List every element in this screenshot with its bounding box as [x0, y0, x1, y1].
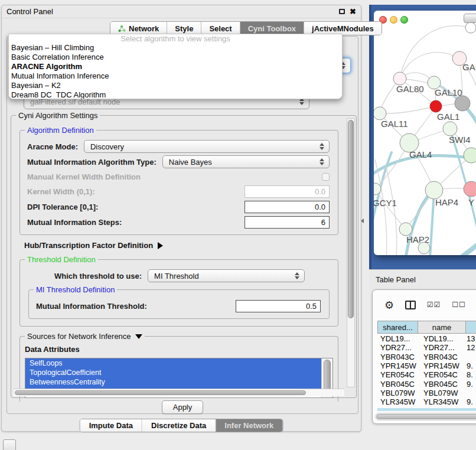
settings-vertical-scrollbar[interactable]	[347, 118, 355, 387]
dropdown-item-dream8-dc-tdc-algorithm[interactable]: Dream8 DC_TDC Algorithm	[9, 90, 342, 99]
table-cell[interactable]: YPR145W	[377, 361, 418, 370]
table-row[interactable]: YER054CYER054C8.	[377, 370, 476, 379]
table-row[interactable]: YBR045CYBR045C9.	[377, 379, 476, 388]
table-cell[interactable]: 12	[465, 343, 476, 352]
expanded-arrow-icon	[135, 334, 142, 339]
minimize-window-button[interactable]	[390, 16, 397, 24]
table-body: YDL19...YDL19...13YDR27...YDR27...12YBR0…	[377, 334, 476, 408]
network-node-hap2[interactable]	[399, 223, 412, 236]
check-pair-icon[interactable]	[427, 301, 441, 309]
dropdown-item-bayesian-k2[interactable]: Bayesian – K2	[9, 81, 342, 90]
table-cell[interactable]: 9.	[465, 397, 476, 406]
network-edge[interactable]	[448, 230, 476, 255]
network-node[interactable]	[465, 22, 476, 33]
dropdown-item-aracne-algorithm[interactable]: ARACNE Algorithm	[9, 62, 342, 71]
table-cell[interactable]: YPR145W	[418, 361, 465, 370]
table-cell[interactable]: YDR27...	[418, 343, 465, 352]
bottom-tab-discretize-data[interactable]: Discretize Data	[142, 419, 216, 432]
network-node-y[interactable]	[464, 181, 476, 197]
attribute-item-topologicalcoefficient[interactable]: TopologicalCoefficient	[25, 368, 321, 377]
network-node-gal80[interactable]	[393, 72, 406, 85]
tab-network[interactable]: Network	[110, 22, 167, 35]
table-row[interactable]: YDL19...YDL19...13	[377, 334, 476, 343]
table-cell[interactable]: 9.	[465, 380, 476, 389]
bottom-tab-infer-network[interactable]: Infer Network	[216, 419, 282, 432]
table-row[interactable]: YBL079WYBL079W	[377, 389, 476, 397]
table-row[interactable]: YDR27...YDR27...12	[377, 343, 476, 352]
dropdown-item-mutual-information-inference[interactable]: Mutual Information Inference	[9, 71, 342, 81]
hub-definition-toggle[interactable]: Hub/Transcription Factor Definition	[24, 241, 338, 250]
settings-horizontal-scrollbar[interactable]	[14, 389, 344, 396]
kernel-width-field[interactable]: 0.0	[244, 185, 330, 198]
mi-type-row: Mutual Information Algorithm Type: Naive…	[24, 154, 334, 169]
network-edge[interactable]	[430, 190, 434, 255]
manual-kernel-checkbox[interactable]	[322, 173, 330, 181]
network-edge[interactable]	[400, 53, 459, 79]
table-row[interactable]: YBR043CYBR043C	[377, 353, 476, 361]
table-cell[interactable]: YBL079W	[418, 389, 465, 397]
column-header-shared-[interactable]: shared...	[378, 321, 418, 333]
tab-style[interactable]: Style	[167, 22, 201, 35]
splitter-collapse-handle[interactable]	[361, 219, 364, 223]
table-cell[interactable]: YBR045C	[377, 380, 418, 389]
columns-icon[interactable]	[405, 301, 415, 309]
algorithm-definition-title: Algorithm Definition	[25, 126, 96, 135]
attribute-item-selfloops[interactable]: SelfLoops	[25, 358, 321, 368]
table-cell[interactable]: 13	[465, 334, 476, 343]
gear-icon[interactable]	[384, 299, 394, 311]
mi-threshold-group-title: MI Threshold Definition	[34, 285, 117, 294]
tab-label: Network	[129, 24, 159, 33]
which-threshold-select[interactable]: MI Threshold	[148, 269, 305, 282]
table-cell[interactable]: YBR045C	[418, 380, 465, 389]
zoom-window-button[interactable]	[400, 16, 408, 24]
network-node[interactable]	[455, 96, 470, 111]
table-cell[interactable]: YBR043C	[418, 353, 465, 361]
apply-button[interactable]: Apply	[162, 400, 203, 414]
table-cell[interactable]: YBL079W	[377, 389, 418, 397]
table-cell[interactable]: YER054C	[418, 370, 465, 379]
network-node-swi4[interactable]	[443, 122, 457, 136]
close-panel-icon[interactable]: ✖	[350, 8, 356, 15]
table-cell[interactable]: YBR043C	[377, 353, 418, 361]
table-row[interactable]: YLR345WYLR345W9.	[377, 397, 476, 406]
which-threshold-row: Which threshold to use: MI Threshold	[24, 268, 334, 283]
table-cell[interactable]: 8.	[465, 370, 476, 379]
mi-type-select[interactable]: Naive Bayes	[162, 155, 330, 168]
tab-jactivemnodules[interactable]: jActiveMNodules	[304, 22, 382, 35]
column-header-name[interactable]: name	[418, 321, 466, 333]
collapsed-panel-button[interactable]	[3, 439, 16, 450]
column-header-2[interactable]	[466, 321, 476, 333]
table-cell[interactable]: YDR27...	[377, 343, 418, 352]
table-horizontal-scrollbar[interactable]	[375, 413, 476, 420]
table-cell[interactable]: YLR345W	[418, 397, 465, 406]
node-label-y: Y	[468, 197, 474, 207]
network-edge[interactable]	[380, 106, 436, 113]
table-cell[interactable]: YDL19...	[377, 334, 418, 343]
uncheck-pair-icon[interactable]	[452, 301, 466, 309]
tab-select[interactable]: Select	[201, 22, 240, 35]
tab-cyni-toolbox[interactable]: Cyni Toolbox	[240, 22, 304, 35]
network-edge[interactable]	[386, 165, 397, 255]
network-node-gal1[interactable]	[430, 100, 442, 112]
dropdown-item-bayesian-hill-climbing[interactable]: Bayesian – Hill Climbing	[9, 43, 342, 53]
node-label-hap2: HAP2	[406, 234, 429, 244]
mi-threshold-field[interactable]: 0.5	[236, 300, 321, 312]
network-node-gal11[interactable]	[374, 107, 386, 120]
float-panel-icon[interactable]	[339, 9, 345, 14]
table-cell[interactable]: YDL19...	[418, 334, 465, 343]
table-cell[interactable]: YER054C	[377, 370, 418, 379]
table-cell[interactable]: YLR345W	[377, 397, 418, 406]
table-row[interactable]: YPR145WYPR145W9.	[377, 361, 476, 370]
attribute-item-betweennesscentrality[interactable]: BetweennessCentrality	[25, 377, 321, 387]
mi-steps-field[interactable]: 6	[244, 216, 330, 229]
table-cell[interactable]: 9.	[465, 361, 476, 370]
tab-label: Select	[209, 24, 232, 33]
network-node-hap4[interactable]	[425, 181, 443, 199]
dpi-tolerance-field[interactable]: 0.0	[244, 201, 330, 213]
aracne-mode-select[interactable]: Discovery	[84, 140, 330, 153]
network-view-window[interactable]: GALGAL80GAL10GAL1GAL11SWI4GAL4GCY1HAP4YH…	[374, 11, 476, 255]
dropdown-item-basic-correlation-inference[interactable]: Basic Correlation Inference	[9, 53, 342, 62]
bottom-tab-impute-data[interactable]: Impute Data	[80, 419, 142, 432]
sources-group-title-row[interactable]: Sources for Network Inference	[25, 332, 145, 341]
network-node[interactable]	[464, 148, 476, 163]
